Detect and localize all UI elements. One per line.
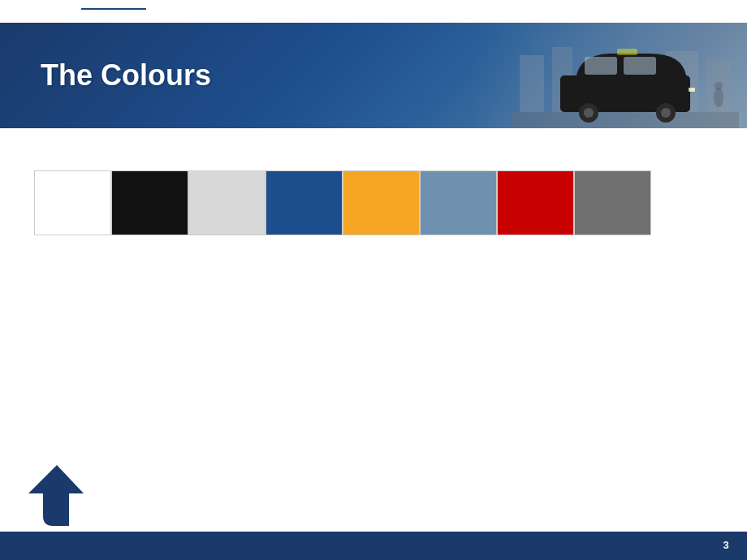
svg-point-15	[715, 82, 723, 90]
colour-swatch-steel-blue	[420, 170, 497, 235]
svg-point-9	[584, 108, 594, 118]
svg-rect-7	[624, 57, 656, 75]
colour-swatch-orange	[343, 170, 420, 235]
page-title: The Colours	[0, 58, 211, 93]
colour-swatch-medium-grey	[574, 170, 651, 235]
svg-point-11	[661, 108, 671, 118]
svg-rect-1	[520, 55, 544, 112]
colour-swatches	[34, 170, 651, 235]
colour-swatch-light-grey	[188, 170, 266, 235]
svg-rect-13	[617, 49, 637, 55]
svg-point-14	[714, 88, 723, 107]
header-image	[471, 23, 747, 128]
svg-rect-0	[512, 112, 739, 128]
colour-swatch-black	[111, 170, 188, 235]
taxi-illustration	[512, 39, 739, 128]
navigation-arrow	[12, 461, 110, 534]
header-banner: The Colours	[0, 23, 747, 128]
colour-swatch-white	[34, 170, 111, 235]
colour-swatch-red	[497, 170, 574, 235]
page-number: 3	[717, 536, 735, 554]
svg-rect-6	[585, 57, 617, 75]
bottom-bar	[0, 532, 747, 560]
colour-swatch-dark-blue	[266, 170, 343, 235]
top-decorative-line	[81, 8, 146, 10]
svg-rect-12	[689, 88, 695, 92]
